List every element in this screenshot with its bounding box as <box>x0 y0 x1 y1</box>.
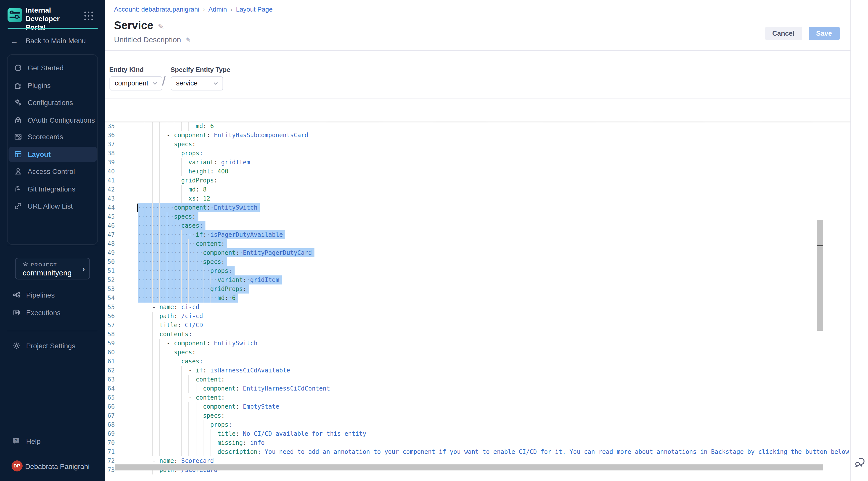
code-line-47[interactable]: 47··············-·if:·isPagerDutyAvailab… <box>105 230 850 239</box>
code-line-68[interactable]: 68 props: <box>105 420 850 429</box>
code-text: title: CI/CD <box>137 321 203 330</box>
harness-idp-logo[interactable] <box>7 8 22 22</box>
sidebar-item-plugins[interactable]: Plugins <box>8 78 97 93</box>
horizontal-scrollbar[interactable] <box>115 464 823 471</box>
code-line-48[interactable]: 48················content: <box>105 239 850 248</box>
code-line-43[interactable]: 43 xs: 12 <box>105 194 850 203</box>
code-line-45[interactable]: 45··········specs: <box>105 212 850 221</box>
code-line-40[interactable]: 40 height: 400 <box>105 167 850 176</box>
code-line-54[interactable]: 54······················md:·6 <box>105 294 850 303</box>
code-line-71[interactable]: 71 description: You need to add an annot… <box>105 447 850 456</box>
help-bubble-icon: ? <box>12 437 21 445</box>
code-text: height: 400 <box>137 167 228 176</box>
code-text: ········-·component:·EntitySwitch <box>137 203 257 212</box>
sidebar-item-scorecards[interactable]: Scorecards <box>8 129 97 144</box>
slash-separator: / <box>162 73 166 89</box>
code-text: missing: info <box>137 438 265 447</box>
entity-type-dropdown[interactable]: service <box>170 76 223 90</box>
code-line-44[interactable]: 44········-·component:·EntitySwitch <box>105 203 850 212</box>
code-text: ················content: <box>137 239 225 248</box>
code-line-72[interactable]: 72 - name: Scorecard <box>105 456 850 465</box>
line-number: 36 <box>105 131 115 140</box>
line-number: 56 <box>105 311 115 321</box>
code-line-67[interactable]: 67 specs: <box>105 411 850 420</box>
breadcrumb: Account: debabrata.panigrahi›Admin›Layou… <box>114 5 273 13</box>
project-selector[interactable]: PROJECT communityeng › <box>15 258 90 279</box>
page-title: Service✎ <box>114 19 164 32</box>
code-line-63[interactable]: 63 content: <box>105 375 850 384</box>
code-line-51[interactable]: 51····················props: <box>105 266 850 275</box>
code-line-70[interactable]: 70 missing: info <box>105 438 850 447</box>
line-number: 45 <box>105 212 115 221</box>
edit-description-pencil-icon[interactable]: ✎ <box>186 36 191 44</box>
line-number: 57 <box>105 321 115 330</box>
code-line-65[interactable]: 65 - content: <box>105 393 850 402</box>
sidebar-item-label: Git Integrations <box>28 185 75 193</box>
code-line-38[interactable]: 38 props: <box>105 149 850 158</box>
layout-icon <box>14 150 22 158</box>
code-line-37[interactable]: 37 specs: <box>105 140 850 149</box>
code-line-60[interactable]: 60 specs: <box>105 348 850 357</box>
line-number: 42 <box>105 185 115 194</box>
code-line-57[interactable]: 57 title: CI/CD <box>105 321 850 330</box>
sidebar-item-pipelines[interactable]: Pipelines <box>8 288 96 303</box>
cancel-button[interactable]: Cancel <box>765 26 802 40</box>
code-line-42[interactable]: 42 md: 8 <box>105 185 850 194</box>
user-name[interactable]: Debabrata Panigrahi <box>25 462 90 470</box>
sidebar-item-configurations[interactable]: Configurations <box>8 95 97 110</box>
page-title-text: Service <box>114 19 153 32</box>
code-text: contents: <box>137 330 192 339</box>
code-line-46[interactable]: 46············cases: <box>105 221 850 230</box>
code-text: - name: ci-cd <box>137 303 199 311</box>
line-number: 52 <box>105 275 115 284</box>
sidebar-item-label: Executions <box>26 308 61 317</box>
code-line-52[interactable]: 52······················variant:·gridIte… <box>105 275 850 284</box>
code-line-56[interactable]: 56 path: /ci-cd <box>105 311 850 321</box>
sidebar-nav-group: Get StartedPluginsConfigurationsOAuth Co… <box>7 54 98 245</box>
page-description-text: Unititled Description <box>114 35 181 44</box>
line-number: 44 <box>105 203 115 212</box>
code-line-55[interactable]: 55 - name: ci-cd <box>105 303 850 311</box>
yaml-code-editor[interactable]: 35 md: 636 - component: EntityHasSubcomp… <box>105 121 850 475</box>
code-line-58[interactable]: 58 contents: <box>105 330 850 339</box>
code-line-64[interactable]: 64 component: EntityHarnessCiCdContent <box>105 384 850 393</box>
entity-kind-dropdown[interactable]: component <box>109 76 162 90</box>
support-chat-icon[interactable] <box>854 456 866 469</box>
app-switcher-icon[interactable] <box>84 11 93 21</box>
sidebar-item-oauth-configurations[interactable]: OAuth Configurations <box>8 112 97 127</box>
sidebar-item-git-integrations[interactable]: Git Integrations <box>8 181 97 196</box>
sidebar-item-access-control[interactable]: Access Control <box>8 164 97 179</box>
link-icon <box>14 202 22 210</box>
breadcrumb-link-2[interactable]: Layout Page <box>236 5 273 13</box>
code-line-36[interactable]: 36 - component: EntityHasSubcomponentsCa… <box>105 131 850 140</box>
code-line-50[interactable]: 50··················specs: <box>105 257 850 266</box>
divider <box>105 50 850 51</box>
save-button[interactable]: Save <box>808 26 840 40</box>
code-line-66[interactable]: 66 component: EmptyState <box>105 402 850 411</box>
sidebar-item-help[interactable]: ? Help <box>8 434 96 449</box>
code-line-49[interactable]: 49··················component:·EntityPag… <box>105 248 850 257</box>
code-line-53[interactable]: 53····················gridProps: <box>105 284 850 294</box>
sidebar-item-executions[interactable]: Executions <box>8 305 96 320</box>
code-line-69[interactable]: 69 title: No CI/CD available for this en… <box>105 429 850 438</box>
sidebar-item-url-allow-list[interactable]: URL Allow List <box>8 198 97 213</box>
layers-icon <box>23 262 28 267</box>
vertical-scrollbar[interactable] <box>816 219 823 330</box>
edit-title-pencil-icon[interactable]: ✎ <box>158 22 164 31</box>
executions-icon <box>12 308 21 317</box>
sidebar-item-project-settings[interactable]: Project Settings <box>8 338 96 353</box>
breadcrumb-link-0[interactable]: Account: debabrata.panigrahi <box>114 5 199 13</box>
breadcrumb-link-1[interactable]: Admin <box>209 5 227 13</box>
code-text: ······················variant:·gridItem <box>137 275 279 284</box>
code-line-61[interactable]: 61 cases: <box>105 357 850 366</box>
line-number: 60 <box>105 348 115 357</box>
user-avatar[interactable]: DP <box>11 460 22 471</box>
code-line-59[interactable]: 59 - component: EntitySwitch <box>105 339 850 348</box>
code-line-41[interactable]: 41 gridProps: <box>105 176 850 185</box>
code-line-62[interactable]: 62 - if: isHarnessCiCdAvailable <box>105 366 850 375</box>
sidebar-item-layout[interactable]: Layout <box>8 147 97 161</box>
code-text: description: You need to add an annotati… <box>137 447 849 456</box>
sidebar-item-get-started[interactable]: Get Started <box>8 60 97 76</box>
back-to-main-menu[interactable]: ← Back to Main Menu <box>7 34 97 47</box>
code-line-39[interactable]: 39 variant: gridItem <box>105 158 850 167</box>
